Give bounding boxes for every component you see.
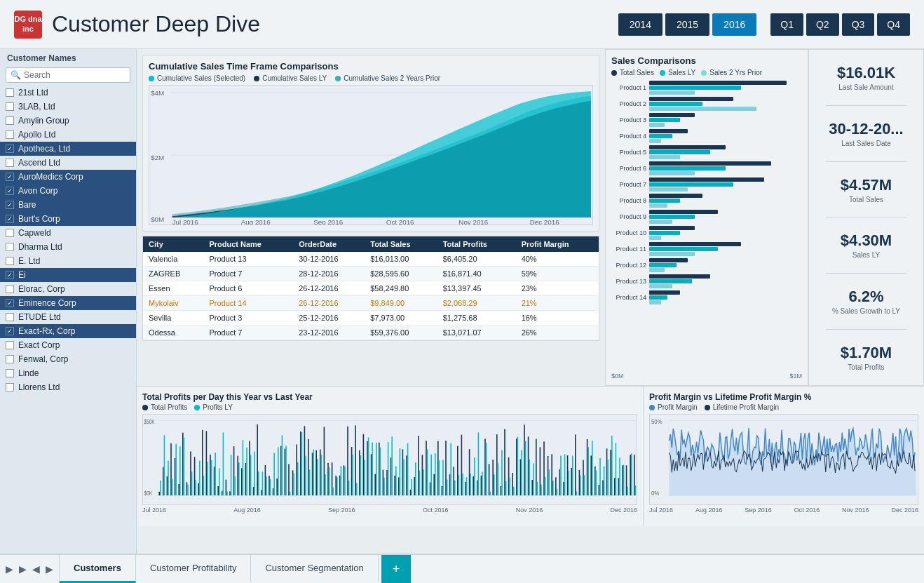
customer-item-17[interactable]: ✓Exact-Rx, Corp: [0, 324, 136, 338]
customer-item-5[interactable]: Ascend Ltd: [0, 156, 136, 170]
svg-rect-251: [619, 458, 620, 496]
svg-rect-187: [494, 474, 495, 495]
q2-button[interactable]: Q2: [806, 13, 839, 36]
customer-item-7[interactable]: ✓Avon Corp: [0, 184, 136, 198]
svg-rect-258: [634, 455, 635, 495]
bar-ly: [649, 295, 667, 300]
bar-ly: [649, 118, 680, 122]
year-2015-button[interactable]: 2015: [665, 13, 709, 36]
customer-item-18[interactable]: Exact Corp: [0, 338, 136, 352]
cumulative-area-chart: $4M $2M $0M: [149, 85, 593, 225]
customer-item-6[interactable]: ✓AuroMedics Corp: [0, 170, 136, 184]
customer-item-15[interactable]: ✓Eminence Corp: [0, 296, 136, 310]
svg-rect-230: [579, 470, 580, 495]
svg-rect-82: [288, 464, 290, 496]
tab-customer-segmentation[interactable]: Customer Segmentation: [251, 555, 378, 583]
checkbox-2: [6, 116, 14, 125]
svg-rect-31: [187, 485, 189, 495]
q1-button[interactable]: Q1: [770, 13, 803, 36]
customer-item-1[interactable]: 3LAB, Ltd: [0, 100, 136, 114]
legend-lifetime-pm: Lifetime Profit Margin: [705, 403, 779, 411]
checkbox-0: [6, 88, 14, 97]
tablet-icon[interactable]: ▶: [19, 563, 27, 575]
bar-ly: [649, 215, 695, 219]
customer-item-9[interactable]: ✓Burt's Corp: [0, 212, 136, 226]
customer-item-20[interactable]: Linde: [0, 366, 136, 380]
col-product: Product Name: [203, 236, 293, 252]
year-2016-button[interactable]: 2016: [712, 13, 756, 36]
customer-item-0[interactable]: 21st Ltd: [0, 86, 136, 100]
svg-rect-158: [437, 441, 439, 496]
svg-rect-200: [520, 460, 522, 496]
bottom-row: Total Profits per Day this Year vs Last …: [137, 386, 924, 526]
customer-item-3[interactable]: Apollo Ltd: [0, 128, 136, 142]
profit-margin-panel: Profit Margin vs Lifetime Profit Margin …: [644, 387, 924, 526]
customer-item-19[interactable]: Fenwal, Corp: [0, 352, 136, 366]
svg-text:$0K: $0K: [144, 490, 152, 497]
svg-rect-75: [273, 453, 275, 496]
svg-rect-238: [595, 467, 596, 495]
bar-row-5: Product 6: [611, 161, 802, 175]
svg-rect-213: [545, 477, 546, 495]
svg-rect-143: [407, 443, 409, 495]
year-2014-button[interactable]: 2014: [618, 13, 663, 36]
svg-rect-111: [344, 467, 346, 495]
customer-item-13[interactable]: ✓Ei: [0, 268, 136, 282]
sales-legend: Total Sales Sales LY Sales 2 Yrs Prior: [611, 69, 802, 76]
kpi-item-2: $4.57MTotal Sales: [841, 176, 892, 203]
customer-item-10[interactable]: Capweld: [0, 226, 136, 240]
customer-item-8[interactable]: ✓Bare: [0, 198, 136, 212]
svg-rect-219: [557, 489, 558, 495]
bar-row-0: Product 1: [611, 81, 802, 95]
svg-rect-103: [329, 467, 330, 495]
q4-button[interactable]: Q4: [877, 13, 910, 36]
svg-rect-209: [537, 482, 538, 495]
daily-profits-title: Total Profits per Day this Year vs Last …: [142, 392, 637, 402]
svg-rect-175: [470, 474, 471, 495]
svg-rect-154: [430, 483, 431, 496]
sales-table: City Product Name OrderDate Total Sales …: [143, 236, 599, 340]
svg-rect-197: [513, 487, 515, 495]
checkbox-19: [6, 355, 14, 363]
svg-rect-37: [199, 461, 201, 495]
svg-rect-171: [462, 474, 463, 496]
customer-item-11[interactable]: Dharma Ltd: [0, 240, 136, 254]
svg-rect-22: [170, 443, 172, 495]
monitor-icon[interactable]: ▶: [6, 563, 13, 575]
customer-item-21[interactable]: Llorens Ltd: [0, 380, 136, 394]
tab-customers[interactable]: Customers: [60, 555, 136, 583]
customer-item-14[interactable]: Elorac, Corp: [0, 282, 136, 296]
checkbox-1: [6, 102, 14, 111]
legend-dot-profits-ly: [194, 405, 200, 410]
customer-item-4[interactable]: ✓Apotheca, Ltd: [0, 142, 136, 156]
prev-icon[interactable]: ◀: [32, 563, 40, 575]
search-box[interactable]: 🔍: [6, 67, 130, 83]
search-input[interactable]: [24, 70, 125, 80]
svg-rect-131: [383, 478, 385, 495]
next-icon[interactable]: ▶: [46, 563, 53, 575]
svg-rect-38: [202, 430, 203, 495]
customer-item-12[interactable]: E. Ltd: [0, 254, 136, 268]
checkbox-11: [6, 243, 14, 251]
svg-rect-245: [607, 460, 609, 495]
svg-rect-173: [466, 477, 468, 495]
svg-text:Jul 2016: Jul 2016: [172, 219, 198, 225]
customer-item-2[interactable]: Amylin Group: [0, 114, 136, 128]
svg-rect-102: [327, 463, 329, 495]
svg-rect-221: [560, 456, 562, 496]
svg-rect-28: [182, 433, 184, 496]
table-row: ValenciaProduct 1330-12-2016$16,013.00$6…: [143, 252, 599, 267]
q3-button[interactable]: Q3: [842, 13, 875, 36]
svg-rect-66: [257, 424, 258, 495]
customer-item-16[interactable]: ETUDE Ltd: [0, 310, 136, 324]
svg-rect-99: [321, 455, 322, 495]
content-area: Cumulative Sales Time Frame Comparisons …: [137, 49, 924, 554]
bar-ly: [649, 134, 672, 138]
svg-rect-27: [179, 446, 181, 495]
svg-rect-234: [587, 439, 588, 495]
bar-row-9: Product 10: [611, 226, 802, 240]
svg-rect-207: [533, 463, 534, 495]
tab-customer-profitability[interactable]: Customer Profitability: [136, 555, 252, 583]
add-tab-button[interactable]: +: [381, 555, 412, 583]
svg-rect-72: [269, 476, 270, 495]
